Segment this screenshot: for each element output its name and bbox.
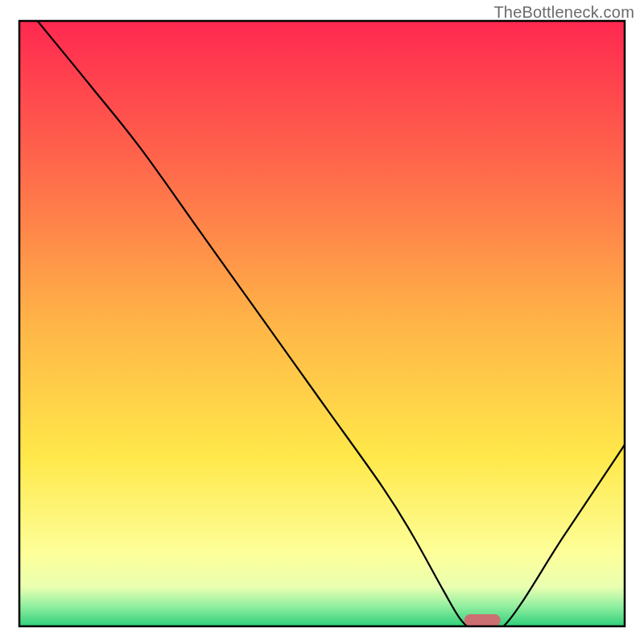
bottleneck-chart: TheBottleneck.com [0, 0, 644, 644]
optimal-zone-marker [464, 614, 501, 626]
chart-svg [0, 0, 644, 644]
plot-background [19, 21, 625, 626]
watermark-text: TheBottleneck.com [493, 3, 634, 22]
